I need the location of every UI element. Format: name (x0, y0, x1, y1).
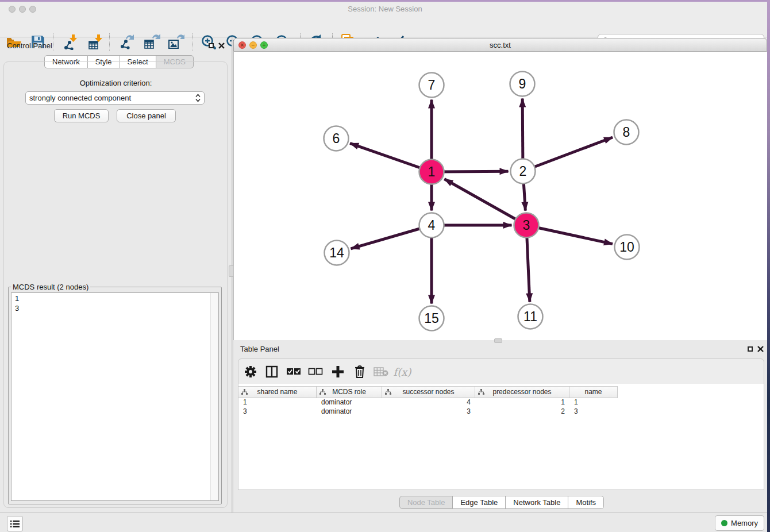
graph-node-14[interactable]: 14 (325, 241, 349, 265)
tab-network-table[interactable]: Network Table (506, 496, 568, 509)
function-icon[interactable]: f(x) (392, 362, 412, 381)
control-panel-header: Control Panel (0, 40, 232, 53)
column-header-shared-name[interactable]: shared name (238, 387, 317, 398)
table-cell: 1 (475, 398, 569, 407)
graph-node-8[interactable]: 8 (614, 120, 639, 145)
graph-node-15[interactable]: 15 (419, 306, 444, 331)
criterion-select[interactable]: strongly connected component (25, 91, 205, 105)
mcds-result-scrollbar[interactable] (210, 293, 218, 500)
optimization-criterion-label: Optimization criterion: (0, 79, 232, 87)
select-all-icon[interactable] (284, 362, 303, 381)
columns-icon[interactable] (262, 362, 282, 381)
graph-node-label: 2 (519, 164, 527, 179)
deselect-all-icon[interactable] (306, 362, 325, 381)
table-cell: 2 (475, 407, 569, 416)
table-body: 1dominator4113dominator323 (238, 398, 764, 416)
graph-node-2[interactable]: 2 (511, 159, 536, 184)
delete-table-icon[interactable] (371, 362, 391, 381)
tab-node-table[interactable]: Node Table (399, 496, 453, 509)
graph-node-label: 11 (523, 309, 537, 324)
graph-node-label: 9 (519, 76, 526, 91)
tab-motifs[interactable]: Motifs (568, 496, 604, 509)
table-cell: 1 (238, 398, 317, 407)
graph-node-label: 7 (428, 78, 436, 92)
application-window: Session: New Session (0, 0, 770, 532)
table-cell: dominator (317, 398, 382, 407)
memory-status-dot (721, 520, 727, 526)
column-header-name[interactable]: name (569, 387, 618, 398)
window-title: Session: New Session (0, 5, 770, 13)
close-icon (218, 43, 225, 49)
mcds-result-title: MCDS result (2 nodes) (11, 283, 90, 291)
add-icon[interactable] (328, 362, 348, 381)
graph-node-label: 6 (333, 131, 340, 146)
graph-node-6[interactable]: 6 (324, 126, 349, 151)
attribute-type-icon (385, 389, 391, 395)
node-table: shared nameMCDS rolesuccessor nodesprede… (238, 384, 764, 490)
list-icon (10, 520, 20, 528)
gear-icon[interactable] (241, 362, 260, 381)
table-cell: 3 (569, 407, 618, 416)
table-row[interactable]: 3dominator323 (238, 407, 764, 416)
table-panel-title: Table Panel (240, 345, 279, 353)
attribute-type-icon (478, 389, 484, 395)
close-panel-button[interactable]: Close panel (117, 109, 176, 122)
memory-button-label: Memory (731, 519, 758, 527)
network-canvas[interactable]: 7968124314101511 (233, 52, 767, 340)
graph-node-10[interactable]: 10 (615, 235, 640, 260)
control-panel-close-button[interactable] (217, 41, 225, 49)
desktop-edge-right (767, 0, 770, 532)
graph-edge-2-8[interactable] (523, 137, 613, 171)
trash-icon[interactable] (350, 362, 369, 381)
memory-button[interactable]: Memory (715, 515, 764, 531)
graph-node-label: 1 (428, 164, 436, 179)
graph-node-label: 8 (623, 125, 630, 140)
graph-node-label: 4 (428, 218, 436, 233)
column-header-mcds-role[interactable]: MCDS role (317, 387, 382, 398)
graph-node-1[interactable]: 1 (419, 160, 444, 184)
graph-node-label: 15 (424, 311, 439, 326)
table-panel-close-button[interactable] (756, 345, 764, 353)
graph-node-7[interactable]: 7 (419, 73, 444, 98)
criterion-select-value: strongly connected component (29, 94, 195, 102)
control-panel-float-button[interactable] (207, 41, 215, 49)
attribute-type-icon (319, 389, 326, 395)
table-panel-tabs: Node TableEdge TableNetwork TableMotifs (233, 496, 770, 509)
table-cell: dominator (317, 407, 382, 416)
graph-node-4[interactable]: 4 (419, 213, 444, 238)
mcds-result-text: 1 3 (11, 293, 210, 500)
tab-edge-table[interactable]: Edge Table (453, 496, 506, 509)
table-panel-header: Table Panel (233, 342, 770, 356)
table-cell: 1 (569, 398, 618, 407)
network-graph[interactable]: 7968124314101511 (234, 52, 767, 340)
network-view-window: × − + scc.txt 7968124314101511 (233, 38, 767, 340)
graph-node-9[interactable]: 9 (510, 72, 535, 97)
graph-node-label: 3 (523, 218, 530, 233)
column-header-predecessor-nodes[interactable]: predecessor nodes (475, 387, 569, 398)
chevron-up-down-icon (195, 94, 201, 102)
graph-node-label: 14 (329, 245, 344, 260)
task-history-button[interactable] (7, 516, 23, 531)
mcds-result-fieldset: MCDS result (2 nodes) 1 3 (8, 283, 222, 504)
graph-edge-3-10[interactable] (526, 225, 613, 244)
graph-edge-3-1[interactable] (444, 179, 526, 225)
table-row[interactable]: 1dominator411 (238, 398, 764, 407)
window-titlebar: Session: New Session (0, 2, 770, 16)
status-bar: Memory (0, 512, 770, 532)
mcds-result-textarea[interactable]: 1 3 (11, 292, 219, 501)
close-icon (757, 346, 764, 352)
network-view-title: scc.txt (234, 41, 767, 49)
table-toolbar: f(x) (238, 358, 764, 384)
main-toolbar (0, 16, 770, 37)
run-mcds-button[interactable]: Run MCDS (54, 109, 109, 122)
graph-node-11[interactable]: 11 (518, 304, 543, 329)
column-header-successor-nodes[interactable]: successor nodes (382, 387, 475, 398)
table-cell: 3 (238, 407, 317, 416)
graph-node-3[interactable]: 3 (514, 213, 539, 238)
attribute-type-icon (241, 389, 248, 395)
table-cell: 3 (382, 407, 475, 416)
graph-node-label: 10 (619, 240, 634, 255)
table-header-row: shared nameMCDS rolesuccessor nodesprede… (238, 386, 618, 398)
table-panel-float-button[interactable] (746, 345, 754, 353)
network-view-titlebar: × − + scc.txt (233, 38, 767, 52)
